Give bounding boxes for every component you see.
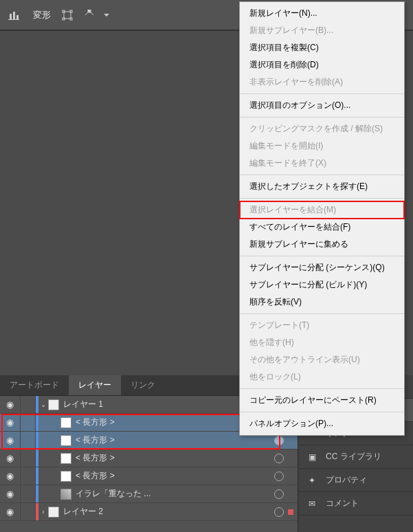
side-label: プロパティ	[326, 474, 367, 486]
menu-flatten-artwork[interactable]: すべてのレイヤーを結合(F)	[240, 219, 404, 236]
side-label: CC ライブラリ	[326, 451, 381, 463]
tab-layers[interactable]: レイヤー	[69, 375, 121, 395]
layer-thumbnail	[60, 489, 71, 500]
side-label: コメント	[326, 498, 359, 509]
menu-separator	[240, 93, 404, 94]
svg-rect-2	[16, 15, 19, 19]
menu-outline-others: その他をアウトライン表示(U)	[240, 351, 404, 368]
selection-indicator	[288, 509, 293, 515]
align-icon[interactable]	[4, 5, 23, 25]
selection-indicator	[288, 491, 293, 497]
menu-exit-isolation: 編集モードを終了(X)	[240, 155, 404, 172]
transform-label[interactable]: 変形	[33, 9, 51, 21]
menu-lock-others: 他をロック(L)	[240, 368, 404, 386]
lock-toggle[interactable]	[21, 432, 36, 449]
lock-toggle[interactable]	[21, 503, 36, 520]
layer-row-item[interactable]: ◉ < 長方形 >	[0, 450, 298, 467]
lock-toggle[interactable]	[21, 414, 36, 431]
layer-name[interactable]: < 長方形 >	[76, 452, 274, 464]
side-cc-library[interactable]: ▣CC ライブラリ	[298, 445, 413, 469]
menu-separator	[240, 313, 404, 314]
layer-thumbnail	[60, 453, 71, 464]
menu-separator	[240, 256, 404, 256]
menu-merge-selected: 選択レイヤーを結合(M)	[240, 201, 404, 219]
tab-artboard[interactable]: アートボード	[0, 375, 69, 395]
indent	[38, 450, 49, 467]
menu-collect-sublayer[interactable]: 新規サブレイヤーに集める	[240, 236, 404, 253]
target-icon[interactable]	[274, 454, 284, 463]
layer-name[interactable]: イラレ「重なった ...	[76, 488, 274, 500]
menu-separator	[240, 388, 404, 389]
layer-thumbnail	[60, 471, 71, 482]
svg-rect-3	[8, 19, 19, 20]
disclosure-toggle[interactable]: ⌄	[38, 401, 48, 408]
target-icon[interactable]	[274, 472, 284, 481]
menu-reverse-order[interactable]: 順序を反転(V)	[240, 293, 404, 311]
anchor-icon[interactable]	[80, 5, 99, 25]
layer-row-item[interactable]: ◉ < 長方形 >	[0, 467, 298, 485]
layer-name[interactable]: レイヤー 2	[63, 506, 274, 518]
indent	[49, 485, 60, 502]
menu-separator	[240, 198, 404, 199]
menu-hide-others: 他を隠す(H)	[240, 334, 404, 351]
indent	[38, 485, 49, 502]
menu-locate-object[interactable]: 選択したオブジェクトを探す(E)	[240, 178, 404, 195]
lock-toggle[interactable]	[21, 396, 36, 413]
menu-delete-hidden: 非表示レイヤーを削除(A)	[240, 74, 404, 91]
layers-panel-flyout-menu: 新規レイヤー(N)... 新規サブレイヤー(B)... 選択項目を複製(C) 選…	[239, 1, 405, 436]
lock-toggle[interactable]	[21, 467, 36, 485]
layer-thumbnail	[60, 435, 71, 446]
side-properties[interactable]: ✦プロパティ	[298, 469, 413, 492]
indent	[49, 414, 60, 431]
side-comments[interactable]: ✉コメント	[298, 492, 413, 516]
visibility-toggle[interactable]: ◉	[0, 432, 21, 449]
menu-new-layer[interactable]: 新規レイヤー(N)...	[240, 5, 404, 22]
indent	[49, 467, 60, 485]
menu-release-build[interactable]: サブレイヤーに分配 (ビルド)(Y)	[240, 276, 404, 293]
target-icon[interactable]	[274, 507, 284, 517]
layer-row-parent[interactable]: ◉ › レイヤー 2	[0, 503, 298, 521]
layer-thumbnail	[60, 417, 71, 428]
layer-thumbnail	[48, 399, 59, 410]
menu-separator	[240, 117, 404, 118]
layer-name[interactable]: < 長方形 >	[76, 470, 274, 482]
selection-indicator	[288, 474, 293, 479]
layer-thumbnail	[48, 507, 59, 518]
bounds-icon[interactable]	[58, 5, 77, 25]
selection-indicator	[288, 456, 293, 461]
selection-indicator	[288, 438, 293, 443]
visibility-toggle[interactable]: ◉	[0, 450, 21, 467]
comment-icon: ✉	[305, 499, 319, 509]
visibility-toggle[interactable]: ◉	[0, 396, 21, 413]
tab-links[interactable]: リンク	[121, 375, 165, 395]
menu-template: テンプレート(T)	[240, 317, 404, 334]
menu-panel-options[interactable]: パネルオプション(P)...	[240, 415, 404, 432]
menu-enter-isolation: 編集モードを開始(I)	[240, 137, 404, 155]
menu-selection-options[interactable]: 選択項目のオプション(O)...	[240, 97, 404, 114]
indent	[38, 414, 49, 431]
visibility-toggle[interactable]: ◉	[0, 503, 21, 520]
target-icon[interactable]	[274, 489, 284, 499]
disclosure-toggle[interactable]: ›	[38, 508, 48, 516]
svg-rect-0	[10, 14, 12, 19]
visibility-toggle[interactable]: ◉	[0, 414, 21, 431]
lock-toggle[interactable]	[21, 485, 36, 502]
target-icon[interactable]	[274, 436, 284, 445]
layer-row-item[interactable]: ◉ イラレ「重なった ...	[0, 485, 298, 503]
lock-toggle[interactable]	[21, 450, 36, 467]
properties-icon: ✦	[305, 476, 319, 485]
dropdown-chevron-icon[interactable]	[102, 5, 111, 25]
menu-new-sublayer: 新規サブレイヤー(B)...	[240, 22, 404, 39]
menu-paste-remembers[interactable]: コピー元のレイヤーにペースト(R)	[240, 392, 404, 409]
visibility-toggle[interactable]: ◉	[0, 467, 21, 485]
indent	[49, 450, 60, 467]
menu-separator	[240, 412, 404, 412]
layer-name[interactable]: < 長方形 >	[76, 434, 274, 446]
menu-delete-selection[interactable]: 選択項目を削除(D)	[240, 56, 404, 74]
indent	[38, 467, 49, 485]
library-icon: ▣	[305, 452, 319, 462]
menu-duplicate-selection[interactable]: 選択項目を複製(C)	[240, 39, 404, 56]
visibility-toggle[interactable]: ◉	[0, 485, 21, 502]
menu-release-sequence[interactable]: サブレイヤーに分配 (シーケンス)(Q)	[240, 259, 404, 276]
svg-rect-1	[13, 12, 15, 19]
